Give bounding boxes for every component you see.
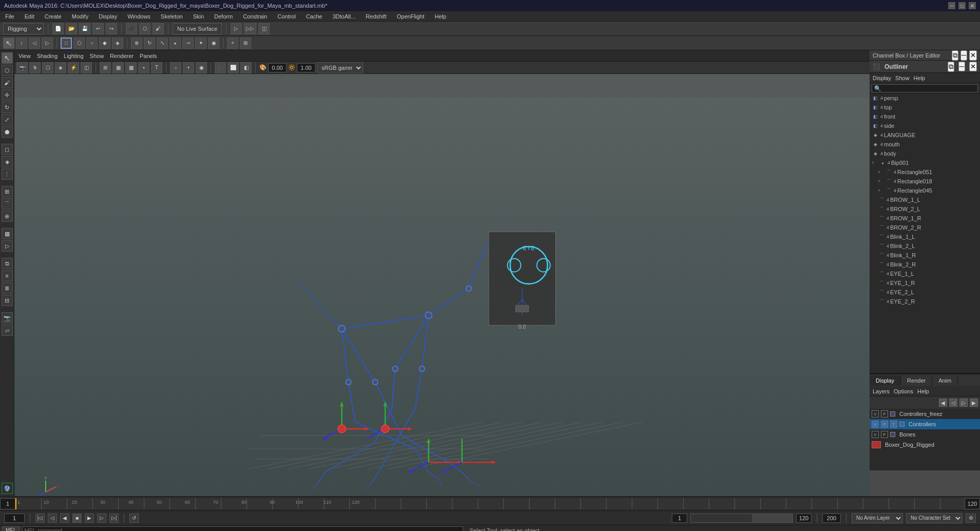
vp-cam2-btn[interactable]: 🎥 [215,62,226,73]
viewport-menu-lighting[interactable]: Lighting [64,53,84,59]
vp-ring-btn[interactable]: ◉ [196,62,207,73]
menu-create[interactable]: Create [43,12,64,21]
scale-tool-btn[interactable]: ⤢ [2,114,13,125]
menu-skin[interactable]: Skin [191,12,206,21]
snap-pt-btn[interactable]: ⊕ [2,211,13,222]
max-range-field[interactable] [822,514,841,523]
outliner-close-btn[interactable]: ✕ [969,62,977,71]
timeline-start-field[interactable]: 1 [0,498,15,509]
layer-v-btn[interactable]: V [872,431,879,438]
gamma-field[interactable] [297,63,315,72]
layer-color-swatch[interactable] [899,422,904,427]
new-scene-button[interactable]: 📄 [52,23,64,34]
vp-grid-btn[interactable]: ⊞ [100,62,111,73]
ol-menu-show[interactable]: Show [895,75,910,81]
prev-keyframe-btn[interactable]: |◁ [35,514,45,523]
layer-prev-btn[interactable]: ◀ [939,399,947,407]
vp-select-btn[interactable]: 🖱 [29,62,41,73]
menu-deform[interactable]: Deform [212,12,235,21]
snap-curve-btn[interactable]: ⌒ [2,198,13,210]
current-frame-field[interactable] [4,514,25,523]
layer-next-btn[interactable]: ▷ [959,399,968,407]
outliner-item-eye2r[interactable]: ⌒ 4 EYE_2_R [870,297,980,306]
layer-color-swatch[interactable] [872,441,881,448]
layer-menu-options[interactable]: Options [894,388,913,394]
menu-openflight[interactable]: OpenFlight [394,12,426,21]
snap-btn[interactable]: ⊞ [240,37,251,49]
viewport-menu-view[interactable]: View [18,53,31,59]
cb-min-btn[interactable]: ─ [960,50,967,61]
layer-row-ctrl[interactable]: V P T Controllers [870,419,980,429]
outliner-item-eye1l[interactable]: ⌒ 4 EYE_1_L [870,269,980,278]
layer-p-btn[interactable]: P [881,421,888,428]
layer-prev2-btn[interactable]: ◁ [949,399,957,407]
timeline-ruler[interactable]: 1 10 20 30 40 50 60 70 80 90 100 110 120 [15,498,965,509]
viewport-menu-panels[interactable]: Panels [140,53,157,59]
close-button[interactable]: ✕ [969,2,976,9]
layer-p-btn[interactable]: P [881,410,888,418]
maximize-button[interactable]: □ [958,2,966,9]
outliner-float-btn[interactable]: ⧉ [948,62,954,72]
outliner-item-eye2l[interactable]: ⌒ 4 EYE_2_L [870,288,980,297]
viewport-area[interactable]: View Shading Lighting Show Renderer Pane… [14,50,870,496]
paint-select-button[interactable]: 🖌 [153,23,164,34]
loop-btn[interactable]: ↺ [129,514,139,523]
vp-res3-btn[interactable]: ▪ [138,62,149,73]
vp-look-btn[interactable]: ◧ [240,62,252,73]
open-scene-button[interactable]: 📂 [66,23,77,34]
timeline-end-field[interactable]: 120 [965,498,980,509]
cb-close-btn[interactable]: ✕ [969,50,977,61]
hier-btn[interactable]: ⋮ [2,168,13,180]
menu-file[interactable]: File [3,12,16,21]
render-layers-btn[interactable]: ≣ [2,282,13,294]
poly-btn[interactable]: ◆ [99,37,110,49]
fwd-btn[interactable]: ▷ [42,37,53,49]
brush-btn[interactable]: ◈ [112,37,123,49]
layer-menu-layers[interactable]: Layers [873,388,890,394]
lasso2-btn[interactable]: ⬡ [73,37,85,49]
no-char-set-dropdown[interactable]: No Character Set [906,513,963,523]
plus-btn[interactable]: + [227,37,238,49]
outliner-item-language[interactable]: ◈ 4 LANGUAGE [870,130,980,140]
rect-btn[interactable]: □ [61,37,72,49]
vp-circle-btn[interactable]: ○ [170,62,181,73]
viewport-menu-show[interactable]: Show [90,53,104,59]
vp-camera-btn[interactable]: 📷 [16,62,28,73]
outliner-item-brow1r[interactable]: ⌒ 4 BROW_1_R [870,214,980,223]
layer-menu-help[interactable]: Help [917,388,929,394]
select-mode-button[interactable]: ⬛ [126,23,137,34]
skin-btn[interactable]: ◉ [208,37,219,49]
menu-modify[interactable]: Modify [70,12,90,21]
menu-display[interactable]: Display [97,12,119,21]
ikhandle-btn[interactable]: ⊸ [182,37,194,49]
vp-res1-btn[interactable]: ▦ [112,62,124,73]
outliner-item-top[interactable]: ◧ 4 top [870,103,980,112]
menu-edit[interactable]: Edit [23,12,36,21]
select-tool[interactable]: ↖ [3,37,14,49]
outliner-item-bip001[interactable]: + ⬥ 4 Bip001 [870,158,980,167]
menu-redshift[interactable]: Redshift [364,12,388,21]
menu-control[interactable]: Control [275,12,297,21]
ol-menu-help[interactable]: Help [914,75,926,81]
layer-row-bones[interactable]: V P Bones [870,429,980,440]
display-layers-btn[interactable]: ≡ [2,270,13,281]
outliner-item-brow1l[interactable]: ⌒ 4 BROW_1_L [870,195,980,204]
vp-smooth-btn[interactable]: ◈ [55,62,66,73]
rotate-btn[interactable]: ↻ [144,37,155,49]
menu-skeleton[interactable]: Skeleton [159,12,185,21]
back-btn[interactable]: ◁ [29,37,40,49]
lasso-button[interactable]: ⬡ [139,23,150,34]
vp-light-btn[interactable]: ⚡ [68,62,79,73]
layer-p-btn[interactable]: P [881,431,888,438]
tab-anim[interactable]: Anim [932,375,958,386]
menu-cache[interactable]: Cache [304,12,325,21]
tab-display[interactable]: Display [870,375,901,386]
range-start-field[interactable] [672,514,687,523]
anim-settings-btn[interactable]: ⚙ [966,514,976,523]
render-btn1[interactable]: ▷ [231,23,242,34]
outliner-item-front[interactable]: ◧ 4 front [870,112,980,121]
move2-btn[interactable]: ⊕ [131,37,142,49]
persp-btn[interactable]: ▱ [2,325,13,336]
layer-row-ctrlfz[interactable]: V P Controllers_freez [870,409,980,419]
playhead[interactable] [15,498,16,509]
